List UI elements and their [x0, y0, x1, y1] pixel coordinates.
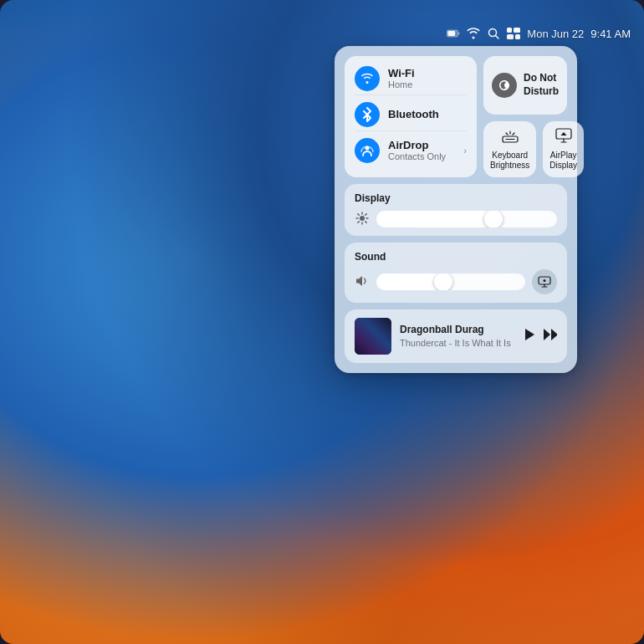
dnd-icon	[492, 73, 517, 98]
display-section: Display	[345, 184, 567, 236]
keyboard-brightness-icon	[502, 128, 519, 147]
connectivity-right: Do Not Disturb Keyboard Brightness	[483, 56, 567, 177]
battery-icon[interactable]	[447, 27, 460, 40]
airdrop-item[interactable]: AirDrop Contacts Only ›	[355, 135, 467, 166]
svg-line-18	[365, 221, 366, 222]
connectivity-section: Wi-Fi Home Bluetooth	[345, 56, 567, 177]
wifi-menubar-icon[interactable]	[467, 27, 480, 40]
airplay-display-button[interactable]: AirPlay Display	[543, 121, 584, 177]
svg-point-12	[360, 216, 365, 221]
control-center-menubar-icon[interactable]	[507, 27, 520, 40]
sound-section: Sound	[345, 243, 567, 303]
svg-rect-7	[515, 34, 520, 39]
sound-label: Sound	[355, 251, 557, 263]
bluetooth-icon	[355, 102, 380, 127]
airdrop-chevron: ›	[463, 146, 467, 156]
wifi-item[interactable]: Wi-Fi Home	[355, 63, 467, 95]
skip-forward-button[interactable]	[542, 328, 557, 345]
svg-line-20	[365, 213, 366, 214]
brightness-slider-row	[355, 211, 557, 227]
keyboard-brightness-label: Keyboard Brightness	[490, 151, 529, 171]
bluetooth-name: Bluetooth	[388, 108, 467, 121]
mac-frame: Mon Jun 22 9:41 AM	[0, 0, 644, 644]
svg-line-17	[358, 213, 359, 214]
svg-line-19	[358, 221, 359, 222]
playback-controls	[524, 328, 557, 345]
airplay-display-label: AirPlay Display	[549, 151, 577, 171]
play-button[interactable]	[524, 328, 535, 345]
bluetooth-item[interactable]: Bluetooth	[355, 99, 467, 131]
track-artist: Thundercat - It Is What It Is	[400, 337, 515, 349]
album-art	[355, 318, 391, 355]
airdrop-sub: Contacts Only	[388, 151, 455, 162]
dnd-text: Do Not Disturb	[524, 72, 559, 98]
control-center-panel: Wi-Fi Home Bluetooth	[335, 46, 577, 373]
airplay-display-icon	[555, 128, 572, 147]
search-menubar-icon[interactable]	[487, 27, 500, 40]
svg-rect-6	[507, 34, 514, 39]
svg-rect-1	[448, 31, 456, 36]
wifi-name: Wi-Fi	[388, 67, 467, 80]
svg-point-22	[544, 279, 546, 282]
svg-line-3	[496, 36, 499, 39]
airdrop-text: AirDrop Contacts Only	[388, 139, 455, 163]
keyboard-brightness-button[interactable]: Keyboard Brightness	[483, 121, 536, 177]
airdrop-icon	[355, 138, 380, 163]
bluetooth-text: Bluetooth	[388, 108, 467, 121]
connectivity-left: Wi-Fi Home Bluetooth	[345, 56, 477, 177]
menu-bar: Mon Jun 22 9:41 AM	[0, 23, 644, 43]
menu-bar-date: Mon Jun 22	[527, 28, 584, 40]
mini-buttons: Keyboard Brightness AirPlay Display	[483, 121, 567, 177]
brightness-icon	[355, 212, 370, 227]
track-info: Dragonball Durag Thundercat - It Is What…	[400, 324, 515, 349]
now-playing-section: Dragonball Durag Thundercat - It Is What…	[345, 309, 567, 363]
airdrop-name: AirDrop	[388, 139, 455, 152]
volume-slider[interactable]	[376, 273, 525, 290]
svg-rect-5	[514, 28, 520, 33]
menu-bar-right: Mon Jun 22 9:41 AM	[447, 27, 631, 40]
track-name: Dragonball Durag	[400, 324, 515, 337]
menu-bar-time: 9:41 AM	[590, 28, 631, 40]
sound-airplay-button[interactable]	[532, 269, 557, 294]
svg-rect-4	[507, 28, 512, 33]
brightness-slider[interactable]	[376, 211, 557, 227]
wifi-sub: Home	[388, 79, 467, 90]
sound-icon	[355, 275, 370, 289]
wifi-icon	[355, 66, 380, 91]
sound-slider-row	[355, 269, 557, 294]
dnd-button[interactable]: Do Not Disturb	[483, 56, 567, 115]
display-label: Display	[355, 192, 557, 204]
wifi-text: Wi-Fi Home	[388, 67, 467, 91]
